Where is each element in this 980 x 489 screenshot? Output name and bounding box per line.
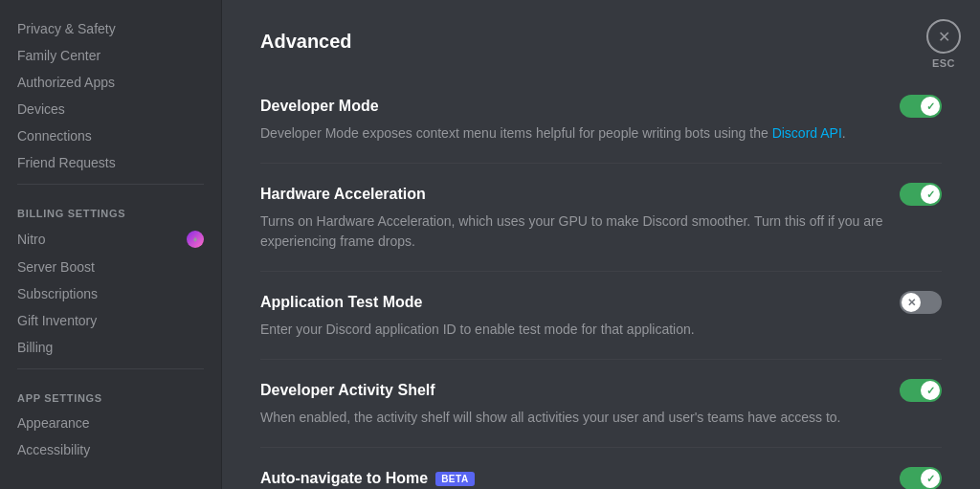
esc-button[interactable]: ✕ ESC: [926, 19, 961, 69]
setting-description-application-test-mode: Enter your Discord application ID to ena…: [260, 320, 911, 340]
sidebar-item-label: Accessibility: [17, 442, 90, 457]
setting-row-auto-navigate-home: Auto-navigate to HomeBETA✓For community …: [260, 448, 942, 489]
toggle-knob-application-test-mode: ✕: [902, 293, 921, 312]
setting-description-hardware-acceleration: Turns on Hardware Acceleration, which us…: [260, 211, 911, 252]
sidebar-item-label: Nitro: [17, 232, 46, 247]
sidebar-item-label: Appearance: [17, 415, 90, 431]
sidebar-item-label: Privacy & Safety: [17, 21, 116, 36]
page-title: Advanced: [260, 31, 942, 53]
setting-header-developer-activity-shelf: Developer Activity Shelf✓: [260, 379, 942, 402]
settings-list: Developer Mode✓Developer Mode exposes co…: [260, 76, 942, 489]
toggle-knob-developer-mode: ✓: [921, 97, 940, 116]
setting-title-developer-activity-shelf: Developer Activity Shelf: [260, 382, 435, 399]
setting-header-application-test-mode: Application Test Mode✕: [260, 291, 942, 314]
sidebar-item-label: Server Boost: [17, 259, 95, 275]
sidebar-item-label: Billing: [17, 340, 53, 355]
nitro-badge-icon: ♦: [187, 231, 204, 248]
sidebar-item-nitro[interactable]: Nitro♦: [8, 225, 213, 254]
setting-row-developer-mode: Developer Mode✓Developer Mode exposes co…: [260, 76, 942, 164]
sidebar-item-billing[interactable]: Billing: [8, 334, 213, 361]
sidebar-item-label: Connections: [17, 128, 92, 144]
sidebar-item-friend-requests[interactable]: Friend Requests: [8, 149, 213, 176]
sidebar-item-accessibility[interactable]: Accessibility: [8, 436, 213, 463]
toggle-hardware-acceleration[interactable]: ✓: [900, 183, 942, 206]
app-section-label: APP SETTINGS: [8, 377, 213, 410]
sidebar-item-gift-inventory[interactable]: Gift Inventory: [8, 307, 213, 334]
sidebar-item-subscriptions[interactable]: Subscriptions: [8, 280, 213, 307]
sidebar-item-connections[interactable]: Connections: [8, 122, 213, 149]
setting-title-application-test-mode: Application Test Mode: [260, 294, 422, 311]
setting-header-auto-navigate-home: Auto-navigate to HomeBETA✓: [260, 467, 942, 489]
sidebar-item-label: Family Center: [17, 48, 100, 63]
sidebar-divider-2: [17, 368, 204, 369]
toggle-application-test-mode[interactable]: ✕: [900, 291, 942, 314]
setting-row-developer-activity-shelf: Developer Activity Shelf✓When enabled, t…: [260, 360, 942, 448]
toggle-knob-developer-activity-shelf: ✓: [921, 381, 940, 400]
toggle-knob-auto-navigate-home: ✓: [921, 469, 940, 488]
sidebar-item-family-center[interactable]: Family Center: [8, 42, 213, 69]
setting-title-auto-navigate-home: Auto-navigate to HomeBETA: [260, 470, 475, 487]
sidebar-item-label: Friend Requests: [17, 155, 116, 170]
toggle-developer-mode[interactable]: ✓: [900, 95, 942, 118]
billing-section-label: BILLING SETTINGS: [8, 192, 213, 225]
sidebar-item-label: Subscriptions: [17, 286, 98, 301]
toggle-developer-activity-shelf[interactable]: ✓: [900, 379, 942, 402]
esc-circle-icon: ✕: [926, 19, 961, 54]
sidebar-item-label: Gift Inventory: [17, 313, 97, 328]
setting-header-hardware-acceleration: Hardware Acceleration✓: [260, 183, 942, 206]
sidebar-item-devices[interactable]: Devices: [8, 96, 213, 122]
sidebar-item-appearance[interactable]: Appearance: [8, 410, 213, 436]
sidebar-item-label: Devices: [17, 101, 65, 117]
sidebar-divider-1: [17, 184, 204, 185]
setting-link-developer-mode[interactable]: Discord API: [772, 125, 842, 141]
setting-header-developer-mode: Developer Mode✓: [260, 95, 942, 118]
setting-description-developer-mode: Developer Mode exposes context menu item…: [260, 123, 911, 144]
sidebar: Privacy & SafetyFamily CenterAuthorized …: [0, 0, 222, 489]
setting-description-developer-activity-shelf: When enabled, the activity shelf will sh…: [260, 408, 911, 428]
sidebar-item-privacy-safety[interactable]: Privacy & Safety: [8, 15, 213, 42]
sidebar-item-label: Authorized Apps: [17, 75, 115, 90]
setting-title-developer-mode: Developer Mode: [260, 98, 379, 115]
sidebar-item-server-boost[interactable]: Server Boost: [8, 254, 213, 280]
sidebar-item-authorized-apps[interactable]: Authorized Apps: [8, 69, 213, 96]
setting-row-hardware-acceleration: Hardware Acceleration✓Turns on Hardware …: [260, 164, 942, 272]
beta-badge: BETA: [435, 472, 474, 486]
toggle-knob-hardware-acceleration: ✓: [921, 185, 940, 204]
toggle-auto-navigate-home[interactable]: ✓: [900, 467, 942, 489]
esc-label: ESC: [932, 57, 955, 69]
main-content: Advanced Developer Mode✓Developer Mode e…: [222, 0, 980, 489]
setting-title-hardware-acceleration: Hardware Acceleration: [260, 186, 426, 203]
setting-row-application-test-mode: Application Test Mode✕Enter your Discord…: [260, 272, 942, 360]
